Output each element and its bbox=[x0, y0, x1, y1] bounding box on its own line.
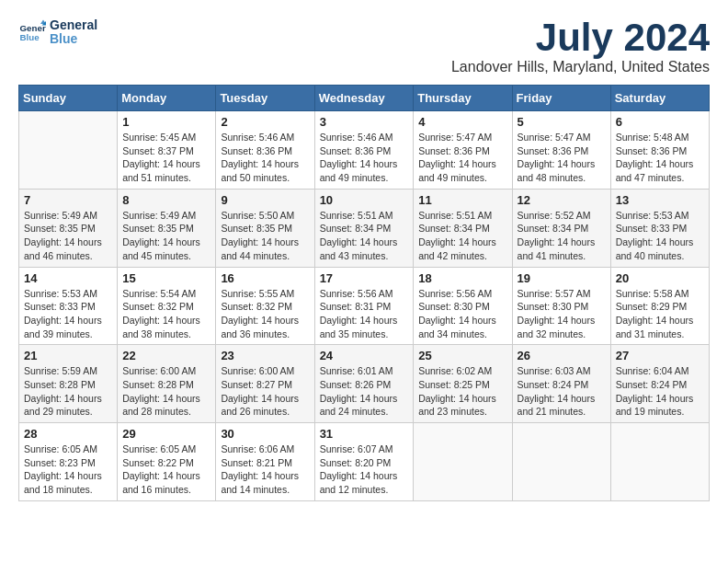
calendar-cell: 21Sunrise: 5:59 AM Sunset: 8:28 PM Dayli… bbox=[19, 345, 118, 423]
day-number: 30 bbox=[221, 427, 309, 441]
day-number: 7 bbox=[24, 193, 112, 207]
calendar-week-row: 1Sunrise: 5:45 AM Sunset: 8:37 PM Daylig… bbox=[19, 111, 710, 190]
calendar-header: SundayMondayTuesdayWednesdayThursdayFrid… bbox=[19, 86, 710, 111]
day-info: Sunrise: 6:00 AM Sunset: 8:28 PM Dayligh… bbox=[122, 364, 210, 419]
day-number: 1 bbox=[122, 115, 210, 129]
svg-text:General: General bbox=[20, 23, 47, 33]
day-number: 2 bbox=[221, 115, 309, 129]
day-number: 20 bbox=[616, 271, 704, 285]
day-number: 21 bbox=[24, 349, 112, 362]
day-info: Sunrise: 6:05 AM Sunset: 8:22 PM Dayligh… bbox=[122, 442, 210, 497]
day-info: Sunrise: 5:47 AM Sunset: 8:36 PM Dayligh… bbox=[418, 131, 506, 185]
day-number: 22 bbox=[122, 349, 210, 362]
calendar-cell: 9Sunrise: 5:50 AM Sunset: 8:35 PM Daylig… bbox=[216, 189, 314, 267]
day-number: 23 bbox=[221, 349, 309, 362]
calendar-table: SundayMondayTuesdayWednesdayThursdayFrid… bbox=[18, 85, 710, 501]
day-number: 26 bbox=[518, 349, 606, 362]
day-info: Sunrise: 5:57 AM Sunset: 8:30 PM Dayligh… bbox=[518, 287, 606, 341]
calendar-cell: 8Sunrise: 5:49 AM Sunset: 8:35 PM Daylig… bbox=[118, 189, 216, 267]
day-number: 29 bbox=[122, 427, 210, 441]
calendar-week-row: 28Sunrise: 6:05 AM Sunset: 8:23 PM Dayli… bbox=[19, 423, 710, 501]
title-area: July 2024 Landover Hills, Maryland, Unit… bbox=[451, 18, 710, 75]
calendar-cell: 1Sunrise: 5:45 AM Sunset: 8:37 PM Daylig… bbox=[118, 111, 216, 190]
day-number: 24 bbox=[320, 349, 409, 362]
weekday-header: Sunday bbox=[19, 86, 118, 111]
calendar-cell: 6Sunrise: 5:48 AM Sunset: 8:36 PM Daylig… bbox=[610, 111, 709, 190]
day-number: 10 bbox=[320, 193, 409, 207]
day-info: Sunrise: 5:55 AM Sunset: 8:32 PM Dayligh… bbox=[221, 287, 309, 341]
day-info: Sunrise: 5:53 AM Sunset: 8:33 PM Dayligh… bbox=[24, 287, 112, 341]
calendar-cell: 26Sunrise: 6:03 AM Sunset: 8:24 PM Dayli… bbox=[512, 345, 610, 423]
calendar-cell: 16Sunrise: 5:55 AM Sunset: 8:32 PM Dayli… bbox=[216, 267, 314, 345]
day-info: Sunrise: 6:02 AM Sunset: 8:25 PM Dayligh… bbox=[418, 364, 506, 419]
day-number: 12 bbox=[518, 193, 606, 207]
day-info: Sunrise: 5:49 AM Sunset: 8:35 PM Dayligh… bbox=[122, 209, 210, 263]
weekday-header: Saturday bbox=[610, 86, 709, 111]
weekday-header: Monday bbox=[118, 86, 216, 111]
day-info: Sunrise: 6:01 AM Sunset: 8:26 PM Dayligh… bbox=[320, 364, 409, 419]
calendar-cell: 5Sunrise: 5:47 AM Sunset: 8:36 PM Daylig… bbox=[512, 111, 610, 190]
calendar-cell: 28Sunrise: 6:05 AM Sunset: 8:23 PM Dayli… bbox=[19, 423, 118, 501]
calendar-cell bbox=[414, 423, 512, 501]
calendar-cell: 14Sunrise: 5:53 AM Sunset: 8:33 PM Dayli… bbox=[19, 267, 118, 345]
day-info: Sunrise: 6:05 AM Sunset: 8:23 PM Dayligh… bbox=[24, 442, 112, 497]
day-info: Sunrise: 6:07 AM Sunset: 8:20 PM Dayligh… bbox=[320, 442, 409, 497]
logo: General Blue General Blue bbox=[18, 18, 97, 47]
day-info: Sunrise: 5:49 AM Sunset: 8:35 PM Dayligh… bbox=[24, 209, 112, 263]
day-info: Sunrise: 5:46 AM Sunset: 8:36 PM Dayligh… bbox=[320, 131, 409, 185]
calendar-cell: 24Sunrise: 6:01 AM Sunset: 8:26 PM Dayli… bbox=[314, 345, 414, 423]
calendar-cell: 12Sunrise: 5:52 AM Sunset: 8:34 PM Dayli… bbox=[512, 189, 610, 267]
calendar-cell: 22Sunrise: 6:00 AM Sunset: 8:28 PM Dayli… bbox=[118, 345, 216, 423]
day-number: 27 bbox=[616, 349, 704, 362]
weekday-header: Tuesday bbox=[216, 86, 314, 111]
calendar-cell: 7Sunrise: 5:49 AM Sunset: 8:35 PM Daylig… bbox=[19, 189, 118, 267]
day-info: Sunrise: 6:06 AM Sunset: 8:21 PM Dayligh… bbox=[221, 442, 309, 497]
day-number: 15 bbox=[122, 271, 210, 285]
day-number: 31 bbox=[320, 427, 409, 441]
location-title: Landover Hills, Maryland, United States bbox=[451, 59, 710, 75]
calendar-cell: 20Sunrise: 5:58 AM Sunset: 8:29 PM Dayli… bbox=[610, 267, 709, 345]
calendar-week-row: 7Sunrise: 5:49 AM Sunset: 8:35 PM Daylig… bbox=[19, 189, 710, 267]
day-info: Sunrise: 5:53 AM Sunset: 8:33 PM Dayligh… bbox=[616, 209, 704, 263]
calendar-cell: 23Sunrise: 6:00 AM Sunset: 8:27 PM Dayli… bbox=[216, 345, 314, 423]
calendar-cell: 27Sunrise: 6:04 AM Sunset: 8:24 PM Dayli… bbox=[610, 345, 709, 423]
day-info: Sunrise: 5:47 AM Sunset: 8:36 PM Dayligh… bbox=[518, 131, 606, 185]
day-number: 8 bbox=[122, 193, 210, 207]
weekday-header: Friday bbox=[512, 86, 610, 111]
day-number: 9 bbox=[221, 193, 309, 207]
day-number: 13 bbox=[616, 193, 704, 207]
day-info: Sunrise: 5:51 AM Sunset: 8:34 PM Dayligh… bbox=[320, 209, 409, 263]
calendar-cell bbox=[512, 423, 610, 501]
calendar-cell: 31Sunrise: 6:07 AM Sunset: 8:20 PM Dayli… bbox=[314, 423, 414, 501]
day-number: 16 bbox=[221, 271, 309, 285]
day-info: Sunrise: 5:48 AM Sunset: 8:36 PM Dayligh… bbox=[616, 131, 704, 185]
calendar-cell: 29Sunrise: 6:05 AM Sunset: 8:22 PM Dayli… bbox=[118, 423, 216, 501]
day-number: 25 bbox=[418, 349, 506, 362]
day-number: 3 bbox=[320, 115, 409, 129]
calendar-cell: 4Sunrise: 5:47 AM Sunset: 8:36 PM Daylig… bbox=[414, 111, 512, 190]
logo-icon: General Blue bbox=[18, 18, 46, 46]
day-info: Sunrise: 5:56 AM Sunset: 8:30 PM Dayligh… bbox=[418, 287, 506, 341]
day-info: Sunrise: 5:56 AM Sunset: 8:31 PM Dayligh… bbox=[320, 287, 409, 341]
calendar-cell: 18Sunrise: 5:56 AM Sunset: 8:30 PM Dayli… bbox=[414, 267, 512, 345]
calendar-cell: 19Sunrise: 5:57 AM Sunset: 8:30 PM Dayli… bbox=[512, 267, 610, 345]
calendar-cell: 10Sunrise: 5:51 AM Sunset: 8:34 PM Dayli… bbox=[314, 189, 414, 267]
calendar-cell: 13Sunrise: 5:53 AM Sunset: 8:33 PM Dayli… bbox=[610, 189, 709, 267]
calendar-week-row: 21Sunrise: 5:59 AM Sunset: 8:28 PM Dayli… bbox=[19, 345, 710, 423]
calendar-body: 1Sunrise: 5:45 AM Sunset: 8:37 PM Daylig… bbox=[19, 111, 710, 501]
day-info: Sunrise: 6:03 AM Sunset: 8:24 PM Dayligh… bbox=[518, 364, 606, 419]
day-info: Sunrise: 5:45 AM Sunset: 8:37 PM Dayligh… bbox=[122, 131, 210, 185]
weekday-header: Wednesday bbox=[314, 86, 414, 111]
calendar-cell: 2Sunrise: 5:46 AM Sunset: 8:36 PM Daylig… bbox=[216, 111, 314, 190]
logo-text-blue: Blue bbox=[50, 32, 97, 46]
month-title: July 2024 bbox=[451, 18, 710, 57]
svg-text:Blue: Blue bbox=[20, 32, 40, 42]
day-number: 11 bbox=[418, 193, 506, 207]
day-number: 19 bbox=[518, 271, 606, 285]
calendar-cell: 3Sunrise: 5:46 AM Sunset: 8:36 PM Daylig… bbox=[314, 111, 414, 190]
day-number: 6 bbox=[616, 115, 704, 129]
logo-text-general: General bbox=[50, 18, 97, 32]
day-info: Sunrise: 5:52 AM Sunset: 8:34 PM Dayligh… bbox=[518, 209, 606, 263]
day-info: Sunrise: 5:59 AM Sunset: 8:28 PM Dayligh… bbox=[24, 364, 112, 419]
page-header: General Blue General Blue July 2024 Land… bbox=[18, 18, 710, 75]
